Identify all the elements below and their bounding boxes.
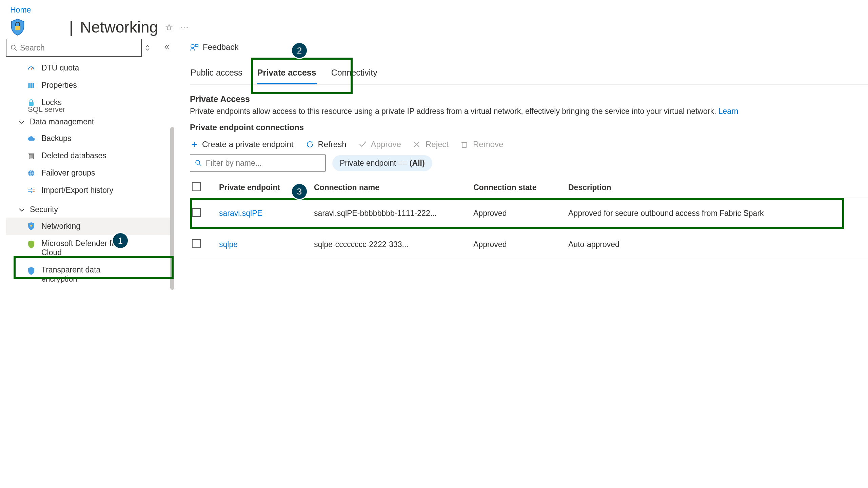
sidebar-item-dtu-quota[interactable]: DTU quota <box>6 59 170 77</box>
search-icon <box>11 44 17 51</box>
cell-description: Approved for secure outbound access from… <box>566 206 837 221</box>
filter-by-name[interactable] <box>190 155 326 171</box>
svg-line-19 <box>199 164 201 166</box>
row-checkbox[interactable] <box>192 208 201 217</box>
learn-link[interactable]: Learn <box>718 107 738 116</box>
sidebar-item-tde[interactable]: Transparent data encryption <box>6 261 170 288</box>
sql-server-shield-icon <box>10 18 25 36</box>
expand-collapse-icon[interactable] <box>145 44 150 51</box>
close-icon <box>413 141 422 148</box>
sidebar-item-networking[interactable]: Networking <box>6 218 170 235</box>
filters-row: Private endpoint == (All) <box>190 155 868 171</box>
tab-connectivity[interactable]: Connectivity <box>331 65 378 84</box>
tab-public-access[interactable]: Public access <box>190 65 243 84</box>
svg-line-2 <box>15 49 17 50</box>
cloud-icon <box>26 135 36 142</box>
search-icon <box>195 160 202 166</box>
main-content: Feedback Public access Private access Co… <box>176 39 868 459</box>
title-separator: | <box>69 18 73 36</box>
more-icon[interactable]: ··· <box>180 22 189 32</box>
svg-line-3 <box>31 67 33 69</box>
sidebar-search-input[interactable] <box>20 43 137 53</box>
svg-rect-5 <box>31 83 32 88</box>
sidebar-item-label: Networking <box>41 222 80 231</box>
sidebar-item-defender[interactable]: Microsoft Defender for Cloud <box>6 235 170 261</box>
filter-pill[interactable]: Private endpoint == (All) <box>332 155 432 171</box>
col-connection-state[interactable]: Connection state <box>471 180 566 195</box>
svg-point-15 <box>191 44 194 48</box>
annotation-badge-1: 1 <box>112 232 129 249</box>
sidebar-section-data-management[interactable]: Data management <box>6 111 170 130</box>
sidebar-search[interactable] <box>6 39 142 57</box>
svg-rect-4 <box>28 83 29 88</box>
endpoint-link[interactable]: sqlpe <box>217 237 312 252</box>
feedback-button[interactable]: Feedback <box>190 42 238 52</box>
page-header: | Networking ☆ ··· <box>0 18 868 39</box>
annotation-badge-3: 3 <box>291 183 308 200</box>
sidebar-item-label: Failover groups <box>41 168 95 178</box>
sidebar-item-backups[interactable]: Backups <box>6 130 170 147</box>
sidebar-item-locks[interactable]: Locks <box>6 94 170 111</box>
sidebar-item-label: Locks <box>41 98 62 107</box>
svg-rect-0 <box>15 26 20 30</box>
refresh-icon <box>306 140 315 148</box>
create-endpoint-button[interactable]: + Create a private endpoint <box>190 140 294 149</box>
sidebar-section-label: Security <box>30 205 58 214</box>
approve-button[interactable]: Approve <box>359 140 401 149</box>
svg-rect-6 <box>33 83 34 88</box>
sidebar-nav: DTU quota Properties Locks Data manageme… <box>6 59 170 459</box>
sidebar-item-label: Backups <box>41 134 71 143</box>
shield-icon <box>26 222 36 231</box>
sidebar-item-label: Properties <box>41 81 77 90</box>
favorite-star-icon[interactable]: ☆ <box>165 22 173 33</box>
trash-icon <box>26 152 36 160</box>
svg-point-18 <box>196 160 200 164</box>
properties-icon <box>26 81 36 89</box>
refresh-button[interactable]: Refresh <box>306 140 347 149</box>
globe-icon <box>26 169 36 177</box>
reject-button[interactable]: Reject <box>413 140 449 149</box>
sidebar-item-failover-groups[interactable]: Failover groups <box>6 164 170 182</box>
sidebar-item-import-export[interactable]: Import/Export history <box>6 182 170 199</box>
collapse-sidebar-icon[interactable] <box>163 44 170 51</box>
endpoint-link[interactable]: saravi.sqlPE <box>217 206 312 221</box>
cell-connection-state: Approved <box>471 237 566 252</box>
actions-toolbar: + Create a private endpoint Refresh Appr… <box>190 137 868 155</box>
sidebar-section-security[interactable]: Security <box>6 199 170 218</box>
row-checkbox[interactable] <box>192 239 201 248</box>
sidebar-item-label: Deleted databases <box>41 151 106 160</box>
col-connection-name[interactable]: Connection name <box>312 180 471 195</box>
page-title: Networking <box>80 18 158 36</box>
chevron-down-icon <box>17 208 26 212</box>
svg-point-14 <box>30 225 32 227</box>
section-description: Private endpoints allow access to this r… <box>190 107 868 116</box>
chevron-down-icon <box>17 120 26 124</box>
feedback-icon <box>190 43 199 51</box>
section-title: Private Access <box>190 94 868 104</box>
table-row[interactable]: saravi.sqlPE saravi.sqlPE-bbbbbbbb-1111-… <box>190 198 868 229</box>
breadcrumb: Home <box>0 0 868 18</box>
svg-rect-16 <box>462 143 466 147</box>
check-icon <box>359 141 368 148</box>
tab-private-access[interactable]: Private access <box>257 65 317 84</box>
sidebar-scrollbar[interactable] <box>170 127 174 290</box>
col-description[interactable]: Description <box>566 180 837 195</box>
filter-input[interactable] <box>206 159 320 168</box>
sidebar-section-label: Data management <box>30 117 94 126</box>
select-all-checkbox[interactable] <box>192 182 201 191</box>
cell-connection-state: Approved <box>471 206 566 221</box>
sidebar-item-deleted-databases[interactable]: Deleted databases <box>6 147 170 164</box>
sidebar-item-label: Transparent data encryption <box>41 265 136 284</box>
breadcrumb-home[interactable]: Home <box>10 5 31 14</box>
remove-button[interactable]: Remove <box>461 140 503 149</box>
cell-description: Auto-approved <box>566 237 837 252</box>
sidebar-item-properties[interactable]: Properties <box>6 77 170 94</box>
sidebar: DTU quota Properties Locks Data manageme… <box>0 39 176 459</box>
trash-icon <box>461 141 470 148</box>
svg-rect-7 <box>29 102 34 106</box>
feedback-label: Feedback <box>203 42 238 52</box>
table-row[interactable]: sqlpe sqlpe-cccccccc-2222-333... Approve… <box>190 229 868 260</box>
lock-icon <box>26 99 36 107</box>
sidebar-item-label: Import/Export history <box>41 186 113 195</box>
cell-connection-name: saravi.sqlPE-bbbbbbbb-1111-222... <box>312 206 471 221</box>
